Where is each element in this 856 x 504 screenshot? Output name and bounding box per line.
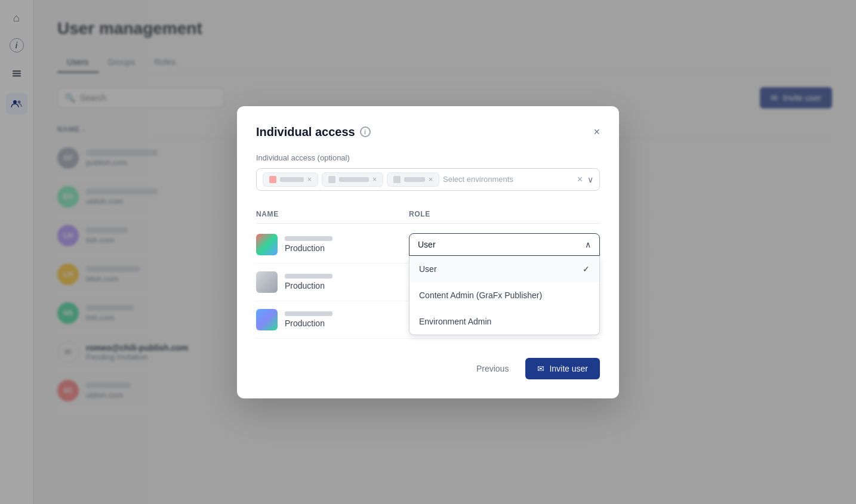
close-button[interactable]: × bbox=[593, 126, 600, 138]
environment-info-2: Production bbox=[285, 274, 409, 290]
individual-access-modal: Individual access i × Individual access … bbox=[237, 106, 619, 398]
select-placeholder: Select environments bbox=[443, 175, 574, 184]
tag-label bbox=[339, 177, 369, 182]
selected-role-label: User bbox=[418, 240, 436, 249]
environment-name-1: Production bbox=[285, 243, 409, 253]
environment-info-3: Production bbox=[285, 311, 409, 328]
role-dropdown-menu: User ✓ Content Admin (GraFx Publisher) E… bbox=[409, 256, 600, 335]
previous-button[interactable]: Previous bbox=[467, 358, 518, 379]
tag-3[interactable]: × bbox=[387, 172, 439, 187]
tag-remove-icon[interactable]: × bbox=[429, 175, 433, 184]
modal-title: Individual access i bbox=[256, 125, 371, 139]
tag-color bbox=[393, 176, 401, 183]
modal-table-header: NAME ROLE bbox=[256, 205, 600, 224]
modal-footer: Previous ✉ Invite user bbox=[256, 358, 600, 379]
environment-icon-1 bbox=[256, 234, 278, 255]
tag-color bbox=[269, 176, 276, 183]
env-name-bar bbox=[285, 311, 332, 316]
modal-label: Individual access (optional) bbox=[256, 153, 600, 162]
tag-2[interactable]: × bbox=[322, 172, 383, 187]
info-icon[interactable]: i bbox=[360, 126, 371, 137]
env-name-bar bbox=[285, 274, 332, 279]
modal-header: Individual access i × bbox=[256, 125, 600, 139]
role-dropdown-1[interactable]: User ∧ bbox=[409, 233, 600, 256]
role-option-content-admin[interactable]: Content Admin (GraFx Publisher) bbox=[409, 282, 599, 308]
invite-user-modal-button[interactable]: ✉ Invite user bbox=[525, 358, 600, 379]
env-name-bar bbox=[285, 236, 332, 241]
tag-1[interactable]: × bbox=[263, 172, 318, 187]
select-actions: × ∨ bbox=[577, 174, 593, 185]
check-icon: ✓ bbox=[583, 264, 590, 274]
tag-label bbox=[280, 177, 304, 182]
environment-icon-3 bbox=[256, 309, 278, 330]
envelope-icon-modal: ✉ bbox=[537, 364, 544, 373]
environment-row-1: Production User ∧ User ✓ Content Admin (… bbox=[256, 226, 600, 264]
role-selector-container-1: User ∧ User ✓ Content Admin (GraFx Publi… bbox=[409, 233, 600, 256]
tag-remove-icon[interactable]: × bbox=[372, 175, 377, 184]
environment-select[interactable]: × × × Select environments × ∨ bbox=[256, 168, 600, 191]
environment-name-3: Production bbox=[285, 319, 409, 328]
role-option-user[interactable]: User ✓ bbox=[409, 256, 599, 282]
role-col-header: ROLE bbox=[409, 210, 600, 218]
role-option-env-admin[interactable]: Environment Admin bbox=[409, 308, 599, 335]
environment-icon-2 bbox=[256, 271, 278, 293]
chevron-down-icon[interactable]: ∨ bbox=[587, 175, 593, 184]
name-col-header: NAME bbox=[256, 210, 409, 218]
chevron-up-icon: ∧ bbox=[585, 240, 591, 249]
tag-label bbox=[404, 177, 425, 182]
environment-name-2: Production bbox=[285, 281, 409, 290]
tag-color bbox=[328, 176, 335, 183]
modal-overlay: Individual access i × Individual access … bbox=[0, 0, 856, 504]
tag-remove-icon[interactable]: × bbox=[307, 175, 312, 184]
environment-info-1: Production bbox=[285, 236, 409, 253]
clear-selection-icon[interactable]: × bbox=[577, 174, 583, 185]
